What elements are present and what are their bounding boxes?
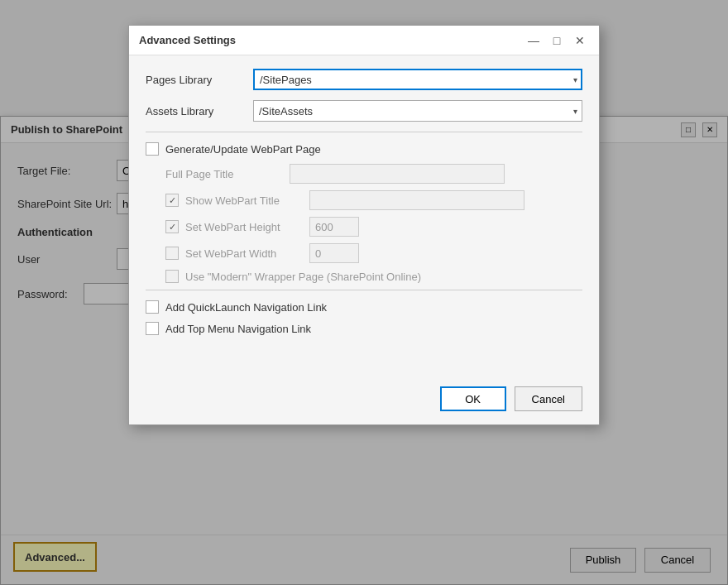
advanced-settings-dialog: Advanced Settings — □ ✕ Pages Library /S… [128,25,600,425]
dialog-maximize-button[interactable]: □ [548,31,566,50]
modern-wrapper-checkbox[interactable] [165,270,179,283]
dialog-close-button[interactable]: ✕ [571,31,589,50]
generate-webpart-checkbox[interactable] [146,142,159,156]
dialog-body: Pages Library /SitePages ▾ Assets Librar… [129,55,599,357]
generate-webpart-label: Generate/Update WebPart Page [165,143,321,156]
pages-library-label: Pages Library [146,74,253,86]
set-webpart-height-input[interactable] [309,217,359,237]
set-webpart-height-row: ✓ Set WebPart Height [165,217,582,237]
separator2 [146,290,582,290]
assets-library-select-wrap: /SiteAssets ▾ [253,100,582,122]
assets-library-row: Assets Library /SiteAssets ▾ [146,100,582,122]
show-webpart-title-label: Show WebPart Title [185,194,309,207]
quicklaunch-label: Add QuickLaunch Navigation Link [165,301,327,314]
set-webpart-width-checkbox[interactable] [165,247,179,260]
ok-button[interactable]: OK [440,386,506,411]
set-webpart-height-checkbox[interactable]: ✓ [165,220,179,233]
modern-wrapper-label: Use "Modern" Wrapper Page (SharePoint On… [185,271,421,283]
top-menu-row: Add Top Menu Navigation Link [146,322,582,335]
separator [146,132,582,132]
generate-webpart-row: Generate/Update WebPart Page [146,142,582,156]
show-webpart-title-checkmark: ✓ [169,195,176,206]
modal-overlay: Advanced Settings — □ ✕ Pages Library /S… [0,0,728,585]
set-webpart-height-checkmark: ✓ [169,222,176,233]
quicklaunch-checkbox[interactable] [146,300,159,314]
set-webpart-width-row: Set WebPart Width [165,243,582,263]
dialog-footer: OK Cancel [129,373,599,424]
set-webpart-width-label: Set WebPart Width [185,247,309,260]
quicklaunch-row: Add QuickLaunch Navigation Link [146,300,582,314]
top-menu-label: Add Top Menu Navigation Link [165,323,311,335]
assets-library-select[interactable]: /SiteAssets [253,100,582,122]
dialog-cancel-button[interactable]: Cancel [515,386,582,411]
dialog-titlebar: Advanced Settings — □ ✕ [129,26,599,55]
dialog-controls: — □ ✕ [524,31,589,50]
assets-library-label: Assets Library [146,105,253,117]
top-menu-checkbox[interactable] [146,322,159,335]
full-page-title-input[interactable] [290,164,505,184]
dialog-minimize-button[interactable]: — [524,31,543,50]
show-webpart-title-checkbox[interactable]: ✓ [165,194,179,207]
dialog-title: Advanced Settings [139,34,236,46]
full-page-title-label: Full Page Title [165,168,290,180]
set-webpart-width-input[interactable] [309,243,359,263]
pages-library-select-wrap: /SitePages ▾ [253,69,582,90]
modern-wrapper-row: Use "Modern" Wrapper Page (SharePoint On… [165,270,582,283]
full-page-title-row: Full Page Title [165,164,582,184]
show-webpart-title-row: ✓ Show WebPart Title [165,190,582,210]
pages-library-row: Pages Library /SitePages ▾ [146,69,582,90]
pages-library-select[interactable]: /SitePages [253,69,582,90]
set-webpart-height-label: Set WebPart Height [185,221,309,233]
webpart-sub-section: Full Page Title ✓ Show WebPart Title ✓ [146,164,582,283]
show-webpart-title-input[interactable] [309,190,524,210]
